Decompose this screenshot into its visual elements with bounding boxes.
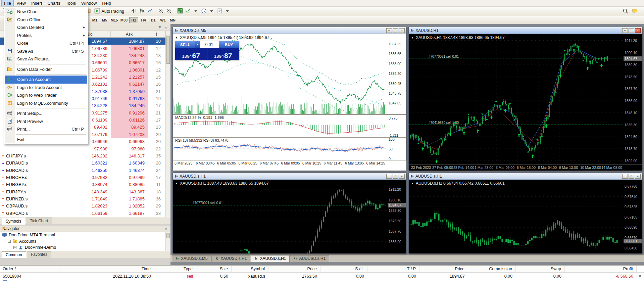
chart-collapse-icon[interactable]: ▼ [411,36,414,39]
timeframe-m1[interactable]: M1 [90,17,99,23]
market-watch-row[interactable]: ▼EURNZD.s1.718491.7188536 [0,195,165,202]
dropdown-caret-button[interactable] [224,7,231,15]
chart-tab-xauusd-s-h1-1[interactable]: XAUUSD.s,H1 [211,255,250,262]
navigator-scrollbar[interactable] [165,232,170,251]
file-menu-item-print-preview[interactable]: Print Preview [5,118,87,126]
restore-button[interactable]: □ [629,174,634,179]
templates-button[interactable] [215,7,224,15]
zoom-out-button[interactable] [165,7,173,15]
menu-view[interactable]: View [14,0,29,6]
market-watch-row[interactable]: ▲EURCAD.s1.463501.4637424 [0,167,165,174]
restore-button[interactable]: □ [393,28,398,33]
scrollbar-thumb[interactable] [166,36,170,64]
chart-body[interactable]: #70770021 sell 0.01#70419830 sell 1.0019… [409,34,642,171]
pane-separator[interactable] [173,137,406,138]
timeframe-h1[interactable]: H1 [129,17,138,23]
file-menu-item-login-to-web-trader[interactable]: Login to Web Trader [5,91,87,99]
price-axis[interactable]: 1911.201900.101889.301878.501867.701856.… [623,34,642,164]
file-menu-item-print-setup[interactable]: Print Setup... [5,109,87,118]
timeframe-w1[interactable]: W1 [158,17,167,23]
chart-plot-area[interactable]: #70770021 sell 0.01 [173,180,387,253]
market-watch-row[interactable]: ▼EURGBP.s0.880740.8808511 [0,181,165,188]
file-menu-item-new-chart[interactable]: New Chart [5,8,87,16]
file-menu-item-open-an-account[interactable]: Open an Account [5,76,87,84]
file-menu-item-print[interactable]: Print...Ctrl+P [5,125,87,133]
zoom-in-button[interactable] [157,7,165,15]
chart-title-bar[interactable]: XAUUSD.s,M5─□× [173,27,406,34]
chart-tab-audusd-s-h1-3[interactable]: AUDUSD.s,H1 [290,255,329,262]
file-menu-item-login-to-mql5-community[interactable]: MLogin to MQL5.community [5,99,87,107]
terminal-column-time[interactable]: Time [60,266,154,272]
chart-title-bar[interactable]: XAUUSD.s,H1─□× [173,173,406,180]
market-watch-column-[interactable]: ! [148,31,165,37]
volume-input[interactable]: 0.01 [200,41,219,48]
market-watch-sort-icon[interactable]: ⇕ [158,25,162,30]
order-type-caret-icon[interactable]: ▼ [195,41,200,48]
menu-tools[interactable]: Tools [63,0,79,6]
terminal-column-s-l[interactable]: S / L [320,266,367,272]
market-watch-row[interactable]: ▼GBPCAD.s1.661591.6618728 [0,210,165,217]
minimize-button[interactable]: ─ [622,174,628,179]
market-watch-close-icon[interactable]: × [164,26,168,30]
terminal-column-symbol[interactable]: Symbol [232,266,268,272]
price-axis[interactable]: 1857.351855.651853.901852.201850.451848.… [387,34,406,160]
menu-window[interactable]: Window [79,0,99,6]
terminal-column-price[interactable]: Price [268,266,320,272]
chart-plot-area[interactable]: #70770021 sell 0.01#70419830 sell 1.00 [409,34,623,164]
bar-chart-button[interactable] [130,7,138,15]
navigator-item-doo-prime-mt4-terminal[interactable]: Doo Prime MT4 Terminal [0,232,165,238]
market-watch-row[interactable]: ▼EURCHF.s0.979820.9799917 [0,174,165,181]
market-watch-row[interactable]: ▼CHFJPY.s146.282146.31735 [0,152,165,159]
market-watch-scrollbar[interactable] [165,31,170,217]
terminal-column-t-p[interactable]: T / P [367,266,419,272]
close-button[interactable]: × [635,28,641,33]
timeframe-h4[interactable]: H4 [139,17,148,23]
market-watch-row[interactable]: ▲EURAUD.s1.603211.6034928 [0,159,165,167]
minimize-button[interactable]: ─ [386,174,392,179]
chart-tab-xauusd-s-m5-0[interactable]: XAUUSD.s,M5 [172,255,211,262]
time-axis[interactable]: 6 Mar 20236 Mar 03:456 Mar 05:056 Mar 06… [173,160,406,167]
terminal-column-size[interactable]: Size [196,266,232,272]
file-menu-item-save-as-picture[interactable]: Save As Picture... [5,55,87,63]
menu-charts[interactable]: Charts [45,0,63,6]
file-menu-item-close[interactable]: CloseCtrl+F4 [5,39,87,47]
file-menu-item-login-to-trade-account[interactable]: Login to Trade Account [5,84,87,92]
navigator-item-dooprime-demo[interactable]: +DooPrime-Demo [0,244,165,251]
chart-body[interactable]: #70770021 sell 0.011911.201900.101889.30… [173,180,406,253]
search-button[interactable] [621,7,629,15]
close-order-icon[interactable]: × [638,273,642,280]
navigator-close-icon[interactable]: × [164,227,168,231]
navigator-item-accounts[interactable]: −$Accounts [0,238,165,245]
tile-windows-button[interactable] [176,7,184,15]
sell-price[interactable]: 189467 [175,48,207,60]
menu-help[interactable]: Help [99,0,114,6]
file-menu-item-open-data-folder[interactable]: Open Data Folder [5,65,87,74]
menu-file[interactable]: File [1,0,14,6]
dropdown-caret-button[interactable] [208,7,215,15]
time-axis[interactable]: 23 Feb 202327 Feb 05:0028 Feb 14:001 Mar… [409,164,642,171]
file-menu-item-exit[interactable]: Exit [5,136,87,144]
market-watch-row[interactable]: 97.93897.96022 [0,145,165,152]
file-menu-item-open-deleted[interactable]: Open Deleted▶ [5,24,87,32]
candlestick-button[interactable] [138,7,146,15]
minimize-button[interactable]: ─ [386,28,392,33]
close-button[interactable]: × [399,28,405,33]
timeframe-m5[interactable]: M5 [100,17,109,23]
chart-tab-xauusd-s-h1-2[interactable]: XAUUSD.s,H1 [251,255,290,262]
navigator-tab-favorites[interactable]: Favorites [27,251,51,258]
market-watch-row[interactable]: ▼EURJPY.s143.349143.36718 [0,188,165,195]
close-button[interactable]: × [635,174,641,179]
chart-title-bar[interactable]: XAUUSD,H1─□× [409,27,642,34]
timeframe-m15[interactable]: M15 [110,17,119,23]
market-watch-row[interactable]: ▼GBPAUD.s1.820231.8205229 [0,202,165,209]
chart-collapse-icon[interactable]: ▼ [175,182,178,185]
navigator-tab-common[interactable]: Common [2,251,26,258]
dropdown-caret-button[interactable] [192,7,200,15]
pane-separator[interactable] [173,114,406,115]
community-chat-button[interactable] [631,7,639,15]
expand-icon[interactable]: + [13,246,16,249]
market-watch-tab-symbols[interactable]: Symbols [2,218,25,225]
collapse-icon[interactable]: − [8,240,11,243]
price-axis[interactable]: 0.677600.675400.673250.671050.668900.666… [623,180,642,253]
menu-insert[interactable]: Insert [29,0,45,6]
